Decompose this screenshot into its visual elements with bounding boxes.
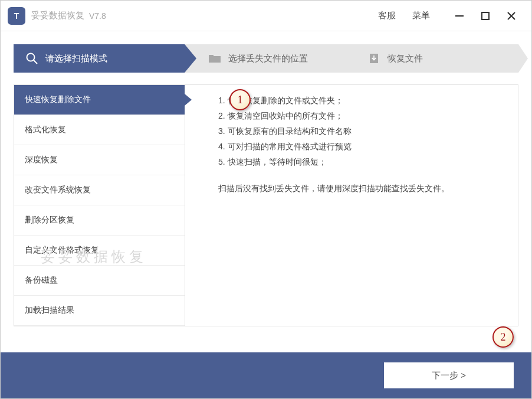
desc-line: 5. 快速扫描，等待时间很短； — [218, 155, 506, 170]
sidebar-item-label: 加载扫描结果 — [25, 305, 74, 316]
mode-sidebar: 快速恢复删除文件 格式化恢复 深度恢复 改变文件系统恢复 删除分区恢复 自定义文… — [14, 85, 185, 326]
footer-bar: 下一步 > — [1, 352, 531, 398]
close-button[interactable] — [498, 5, 524, 27]
annotation-badge-1: 1 — [229, 89, 251, 110]
mode-load-scan-result[interactable]: 加载扫描结果 — [14, 296, 185, 326]
desc-line: 2. 恢复清空回收站中的所有文件； — [218, 109, 506, 124]
minimize-button[interactable] — [446, 5, 472, 27]
desc-line: 1. 快速恢复删除的文件或文件夹； — [218, 93, 506, 109]
titlebar: T 妥妥数据恢复 V7.8 客服 菜单 — [1, 1, 531, 31]
sidebar-item-label: 格式化恢复 — [25, 125, 66, 135]
maximize-button[interactable] — [472, 5, 498, 27]
mode-quick-delete-recover[interactable]: 快速恢复删除文件 — [14, 85, 185, 115]
mode-custom-format-recover[interactable]: 自定义文件格式恢复 — [14, 236, 185, 266]
content-area: 请选择扫描模式 选择丢失文件的位置 恢复文件 快速恢复删除文件 格式化恢复 深度… — [1, 31, 531, 326]
sidebar-item-label: 备份磁盘 — [25, 275, 58, 286]
step-scan-mode[interactable]: 请选择扫描模式 — [14, 44, 185, 73]
window-buttons — [446, 5, 524, 27]
mode-filesystem-change-recover[interactable]: 改变文件系统恢复 — [14, 175, 185, 205]
mode-description: 1. 快速恢复删除的文件或文件夹； 2. 恢复清空回收站中的所有文件； 3. 可… — [185, 85, 518, 326]
support-link[interactable]: 客服 — [378, 10, 396, 21]
sidebar-item-label: 快速恢复删除文件 — [25, 94, 91, 105]
sidebar-item-label: 深度恢复 — [25, 155, 58, 165]
step-label: 选择丢失文件的位置 — [228, 53, 308, 64]
step-label: 请选择扫描模式 — [45, 53, 107, 64]
svg-line-5 — [34, 60, 37, 64]
sidebar-item-label: 删除分区恢复 — [25, 215, 74, 225]
next-button[interactable]: 下一步 > — [384, 362, 514, 388]
step-label: 恢复文件 — [387, 53, 423, 64]
desc-line: 4. 可对扫描的常用文件格式进行预览 — [218, 139, 506, 155]
step-recover[interactable]: 恢复文件 — [350, 44, 518, 73]
desc-note: 扫描后没有找到丢失文件，请使用深度扫描功能查找丢失文件。 — [218, 181, 506, 197]
annotation-badge-2: 2 — [492, 326, 514, 348]
svg-point-4 — [27, 54, 35, 61]
sidebar-item-label: 改变文件系统恢复 — [25, 185, 91, 195]
mode-backup-disk[interactable]: 备份磁盘 — [14, 266, 185, 296]
main-panel: 快速恢复删除文件 格式化恢复 深度恢复 改变文件系统恢复 删除分区恢复 自定义文… — [14, 84, 518, 326]
desc-line: 3. 可恢复原有的目录结构和文件名称 — [218, 124, 506, 139]
step-location[interactable]: 选择丢失文件的位置 — [185, 44, 350, 73]
app-logo: T — [8, 7, 25, 25]
svg-rect-1 — [482, 12, 489, 19]
mode-deep-recover[interactable]: 深度恢复 — [14, 145, 185, 175]
download-icon — [367, 52, 380, 65]
folder-icon — [208, 52, 221, 65]
mode-format-recover[interactable]: 格式化恢复 — [14, 115, 185, 145]
mode-delete-partition-recover[interactable]: 删除分区恢复 — [14, 205, 185, 236]
search-icon — [25, 52, 38, 65]
step-bar: 请选择扫描模式 选择丢失文件的位置 恢复文件 — [14, 44, 518, 73]
menu-link[interactable]: 菜单 — [412, 10, 430, 21]
app-title: 妥妥数据恢复 — [31, 10, 84, 21]
app-version: V7.8 — [89, 11, 106, 21]
sidebar-item-label: 自定义文件格式恢复 — [25, 245, 99, 256]
